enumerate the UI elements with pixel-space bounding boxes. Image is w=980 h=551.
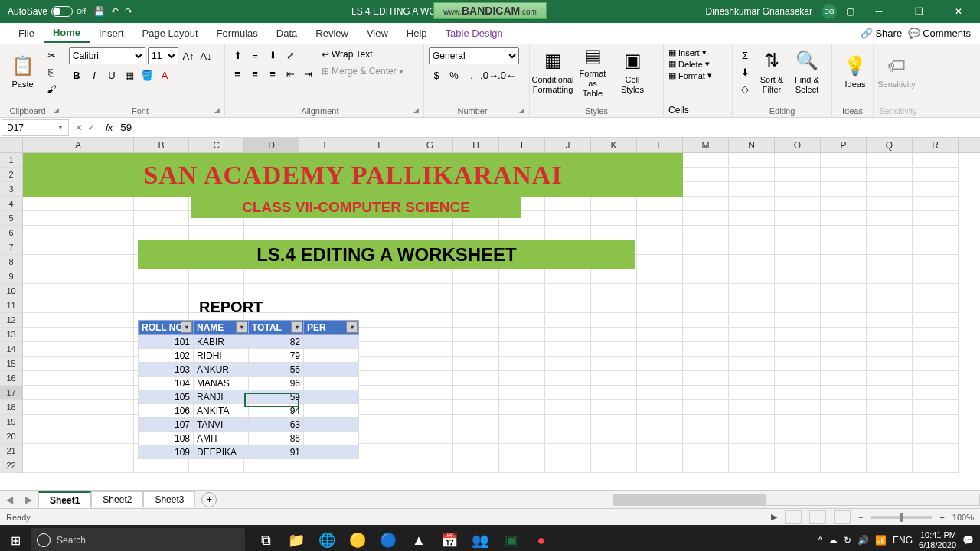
taskbar-clock[interactable]: 10:41 PM 6/18/2020 — [919, 530, 956, 550]
undo-icon[interactable]: ↶ — [111, 6, 119, 17]
underline-button[interactable]: U — [104, 67, 119, 83]
row-header-21[interactable]: 21 — [0, 444, 23, 458]
cut-icon[interactable]: ✂ — [44, 47, 59, 63]
table-row[interactable]: 108AMIT86 — [139, 432, 359, 445]
tab-tabledesign[interactable]: Table Design — [436, 24, 512, 42]
insert-cells-button[interactable]: ▦ Insert ▾ — [668, 47, 727, 57]
tab-review[interactable]: Review — [306, 24, 358, 42]
font-color-button[interactable]: A — [157, 67, 172, 83]
formula-input[interactable] — [117, 122, 980, 133]
column-header-J[interactable]: J — [545, 138, 591, 152]
row-header-6[interactable]: 6 — [0, 226, 23, 240]
paste-button[interactable]: 📋 Paste — [5, 47, 41, 96]
table-row[interactable]: 104MANAS96 — [139, 377, 359, 390]
zoom-slider[interactable] — [871, 516, 932, 519]
row-header-11[interactable]: 11 — [0, 298, 23, 313]
column-header-I[interactable]: I — [499, 138, 545, 152]
sheet-tab-2[interactable]: Sheet2 — [91, 491, 143, 507]
report-table[interactable]: ROLL NO▾NAME▾TOTAL▾PER▾101KABIR82102RIDH… — [138, 320, 359, 459]
font-size-select[interactable]: 11 — [148, 47, 178, 64]
skype-icon[interactable]: 🔵 — [374, 525, 403, 551]
start-button[interactable]: ⊞ — [0, 525, 31, 551]
clipboard-launcher-icon[interactable]: ◢ — [54, 106, 59, 114]
zoom-in-button[interactable]: + — [939, 513, 944, 522]
zoom-out-button[interactable]: − — [858, 513, 863, 522]
table-header[interactable]: PER▾ — [304, 321, 359, 335]
column-header-P[interactable]: P — [821, 138, 867, 152]
row-header-20[interactable]: 20 — [0, 429, 23, 444]
pagebreak-view-button[interactable] — [834, 510, 851, 524]
fill-icon[interactable]: ⬇ — [737, 64, 753, 80]
taskbar-search[interactable]: Search — [31, 528, 245, 551]
tray-up-icon[interactable]: ^ — [818, 535, 822, 546]
delete-cells-button[interactable]: ▦ Delete ▾ — [668, 59, 727, 69]
decrease-decimal-icon[interactable]: .0← — [499, 67, 514, 83]
row-header-7[interactable]: 7 — [0, 240, 23, 255]
maximize-button[interactable]: ❐ — [903, 0, 934, 23]
explorer-icon[interactable]: 📁 — [282, 525, 311, 551]
filter-button-icon[interactable]: ▾ — [236, 321, 247, 333]
row-header-15[interactable]: 15 — [0, 357, 23, 371]
format-cells-button[interactable]: ▦ Format ▾ — [668, 70, 727, 80]
row-header-19[interactable]: 19 — [0, 415, 23, 429]
increase-decimal-icon[interactable]: .0→ — [482, 67, 497, 83]
table-row[interactable]: 106ANKITA94 — [139, 404, 359, 418]
increase-indent-icon[interactable]: ⇥ — [300, 66, 315, 81]
row-header-1[interactable]: 1 — [0, 153, 23, 168]
tab-insert[interactable]: Insert — [90, 24, 133, 42]
row-header-10[interactable]: 10 — [0, 284, 23, 298]
horizontal-scrollbar[interactable] — [612, 494, 980, 506]
tray-volume-icon[interactable]: 🔊 — [858, 535, 869, 546]
row-header-13[interactable]: 13 — [0, 328, 23, 342]
tab-home[interactable]: Home — [44, 24, 90, 43]
tab-formulas[interactable]: Formulas — [207, 24, 267, 42]
row-header-9[interactable]: 9 — [0, 269, 23, 284]
table-header[interactable]: TOTAL▾ — [249, 321, 304, 335]
ribbon-display-icon[interactable]: ▢ — [846, 6, 854, 17]
align-left-icon[interactable]: ≡ — [230, 66, 245, 81]
column-header-F[interactable]: F — [354, 138, 407, 152]
filter-button-icon[interactable]: ▾ — [291, 321, 302, 333]
fx-icon[interactable]: fx — [101, 122, 117, 133]
name-box[interactable]: D17▼ — [2, 119, 69, 136]
record-icon[interactable]: ● — [527, 525, 556, 551]
currency-icon[interactable]: $ — [429, 67, 444, 83]
spreadsheet-grid[interactable]: 12345678910111213141516171819202122 SAN … — [0, 153, 980, 490]
tab-file[interactable]: File — [9, 24, 44, 42]
italic-button[interactable]: I — [87, 67, 102, 83]
tab-view[interactable]: View — [358, 24, 397, 42]
format-as-table-button[interactable]: ▤Format as Table — [574, 47, 611, 96]
number-format-select[interactable]: General — [429, 47, 519, 64]
sheet-tab-1[interactable]: Sheet1 — [38, 491, 91, 508]
row-header-22[interactable]: 22 — [0, 458, 23, 473]
normal-view-button[interactable] — [785, 510, 802, 524]
align-bottom-icon[interactable]: ⬇ — [265, 47, 280, 63]
redo-icon[interactable]: ↷ — [125, 6, 132, 17]
select-all-corner[interactable] — [0, 138, 23, 152]
table-row[interactable]: 105RANJI59 — [139, 390, 359, 404]
column-header-K[interactable]: K — [591, 138, 637, 152]
tray-wifi-icon[interactable]: 📶 — [875, 535, 887, 546]
autosave-toggle[interactable]: AutoSave Off — [8, 6, 86, 17]
table-row[interactable]: 102RIDHI79 — [139, 349, 359, 363]
orientation-icon[interactable]: ⤢ — [283, 47, 298, 63]
row-header-5[interactable]: 5 — [0, 211, 23, 226]
sort-filter-button[interactable]: ⇅Sort & Filter — [756, 47, 788, 96]
increase-font-icon[interactable]: A↑ — [181, 48, 196, 64]
tab-help[interactable]: Help — [397, 24, 436, 42]
sheet-nav-next-icon[interactable]: ▶ — [19, 494, 38, 505]
align-middle-icon[interactable]: ≡ — [247, 47, 263, 63]
add-sheet-button[interactable]: + — [201, 492, 217, 507]
notifications-icon[interactable]: 💬 — [962, 535, 974, 546]
align-center-icon[interactable]: ≡ — [247, 66, 263, 81]
merge-center-button[interactable]: ⊞ Merge & Center ▾ — [318, 64, 407, 78]
drive-icon[interactable]: ▲ — [404, 525, 433, 551]
font-launcher-icon[interactable]: ◢ — [214, 106, 220, 114]
conditional-formatting-button[interactable]: ▦Conditional Formatting — [534, 47, 571, 96]
row-header-4[interactable]: 4 — [0, 197, 23, 211]
table-row[interactable]: 109DEEPIKA91 — [139, 445, 359, 459]
clear-icon[interactable]: ◇ — [737, 81, 753, 96]
filter-button-icon[interactable]: ▾ — [181, 321, 192, 333]
row-header-3[interactable]: 3 — [0, 182, 23, 197]
table-row[interactable]: 101KABIR82 — [139, 335, 359, 349]
